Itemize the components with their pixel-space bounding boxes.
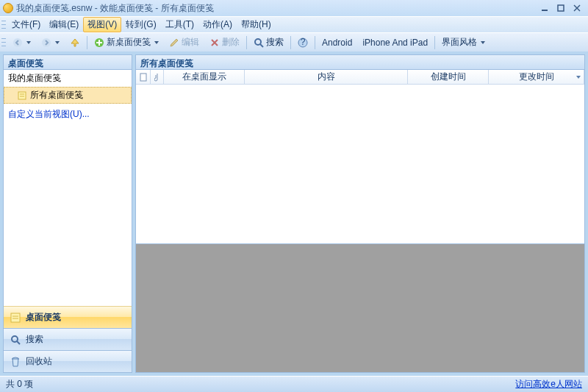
new-note-button[interactable]: 新桌面便笺 — [89, 34, 164, 51]
x-icon — [209, 38, 220, 48]
close-button[interactable] — [569, 2, 585, 14]
up-button[interactable] — [65, 35, 85, 50]
minimize-button[interactable] — [537, 2, 553, 14]
window-title: 我的桌面便笺.esnw - 效能桌面便笺 - 所有桌面便笺 — [16, 2, 537, 15]
status-count: 共 0 项 — [6, 378, 33, 391]
svg-line-18 — [17, 341, 20, 344]
sidebar-tree[interactable]: 我的桌面便笺 所有桌面便笺 自定义当前视图(U)... — [4, 70, 132, 306]
search-icon — [254, 38, 264, 48]
skin-button[interactable]: 界面风格 — [437, 34, 490, 51]
svg-text:?: ? — [301, 38, 306, 47]
svg-rect-1 — [558, 5, 564, 11]
tree-all-notes[interactable]: 所有桌面便笺 — [4, 87, 132, 104]
chevron-down-icon — [481, 41, 485, 44]
sidebar-header: 桌面便笺 — [4, 55, 132, 70]
chevron-down-icon — [154, 41, 159, 44]
sidebar-nav: 桌面便笺 搜索 回收站 — [4, 306, 132, 372]
customize-view-link[interactable]: 自定义当前视图(U)... — [4, 104, 132, 123]
search-button[interactable]: 搜索 — [248, 34, 289, 51]
tree-root[interactable]: 我的桌面便笺 — [4, 70, 132, 87]
col-show[interactable]: 在桌面显示 — [164, 70, 245, 84]
delete-label: 删除 — [222, 36, 240, 49]
new-note-label: 新桌面便笺 — [107, 36, 151, 49]
menu-tools[interactable]: 工具(T) — [161, 17, 198, 32]
svg-point-7 — [255, 39, 261, 45]
table-header: 在桌面显示 内容 创建时间 更改时间 — [136, 70, 584, 85]
forward-button[interactable] — [36, 35, 65, 50]
recycle-icon — [10, 356, 21, 368]
toolbar: 新桌面便笺 编辑 删除 搜索 ? Android iPhone And iPad… — [0, 32, 588, 51]
note-icon — [17, 90, 27, 101]
svg-line-8 — [260, 44, 263, 47]
menu-goto[interactable]: 转到(G) — [121, 17, 160, 32]
sidebar: 桌面便笺 我的桌面便笺 所有桌面便笺 自定义当前视图(U)... 桌面便笺 搜索… — [3, 54, 132, 373]
col-attach[interactable] — [151, 70, 164, 84]
android-button[interactable]: Android — [317, 35, 357, 50]
titlebar: 我的桌面便笺.esnw - 效能桌面便笺 - 所有桌面便笺 — [0, 0, 588, 16]
note-icon — [10, 312, 21, 324]
help-icon: ? — [298, 38, 308, 48]
svg-rect-11 — [18, 92, 26, 99]
separator — [290, 36, 291, 49]
svg-rect-14 — [11, 313, 20, 322]
edit-label: 编辑 — [182, 36, 199, 49]
app-icon — [3, 3, 13, 13]
svg-point-4 — [13, 38, 22, 47]
separator — [246, 36, 247, 49]
table-body[interactable] — [136, 85, 584, 243]
content-panel: 所有桌面便笺 在桌面显示 内容 创建时间 更改时间 — [135, 54, 585, 373]
menu-help[interactable]: 帮助(H) — [237, 17, 276, 32]
chevron-down-icon — [55, 41, 60, 44]
status-website-link[interactable]: 访问高效e人网站 — [515, 378, 582, 391]
search-label: 搜索 — [266, 36, 284, 49]
preview-pane — [136, 243, 584, 372]
grip-icon — [1, 37, 6, 49]
search-icon — [10, 334, 21, 346]
maximize-button[interactable] — [553, 2, 569, 14]
nav-search[interactable]: 搜索 — [4, 328, 132, 350]
col-modified[interactable]: 更改时间 — [489, 70, 584, 84]
menu-file[interactable]: 文件(F) — [7, 17, 45, 32]
menubar: 文件(F) 编辑(E) 视图(V) 转到(G) 工具(T) 动作(A) 帮助(H… — [0, 16, 588, 32]
edit-button[interactable]: 编辑 — [164, 34, 204, 51]
clip-icon — [154, 73, 160, 82]
grip-icon — [1, 19, 6, 31]
iphone-button[interactable]: iPhone And iPad — [357, 35, 433, 50]
svg-point-5 — [42, 38, 51, 47]
statusbar: 共 0 项 访问高效e人网站 — [0, 376, 588, 392]
svg-rect-19 — [140, 74, 146, 81]
tree-all-label: 所有桌面便笺 — [30, 89, 83, 101]
chevron-down-icon — [26, 41, 31, 44]
menu-action[interactable]: 动作(A) — [198, 17, 237, 32]
separator — [434, 36, 435, 49]
pencil-icon — [169, 38, 179, 48]
plus-icon — [94, 38, 104, 48]
menu-view[interactable]: 视图(V) — [83, 17, 121, 32]
col-body[interactable]: 内容 — [245, 70, 408, 84]
nav-note[interactable]: 桌面便笺 — [4, 306, 132, 328]
back-button[interactable] — [7, 35, 36, 50]
nav-recycle[interactable]: 回收站 — [4, 350, 132, 372]
separator — [87, 36, 87, 49]
page-icon — [140, 73, 147, 82]
sort-desc-icon — [576, 76, 581, 79]
main-area: 桌面便笺 我的桌面便笺 所有桌面便笺 自定义当前视图(U)... 桌面便笺 搜索… — [0, 51, 588, 376]
col-created[interactable]: 创建时间 — [408, 70, 489, 84]
col-icon[interactable] — [136, 70, 151, 84]
content-header: 所有桌面便笺 — [136, 55, 584, 70]
separator — [315, 36, 315, 49]
svg-point-17 — [12, 336, 18, 342]
menu-edit[interactable]: 编辑(E) — [45, 17, 83, 32]
delete-button[interactable]: 删除 — [204, 34, 245, 51]
help-button[interactable]: ? — [293, 35, 313, 50]
